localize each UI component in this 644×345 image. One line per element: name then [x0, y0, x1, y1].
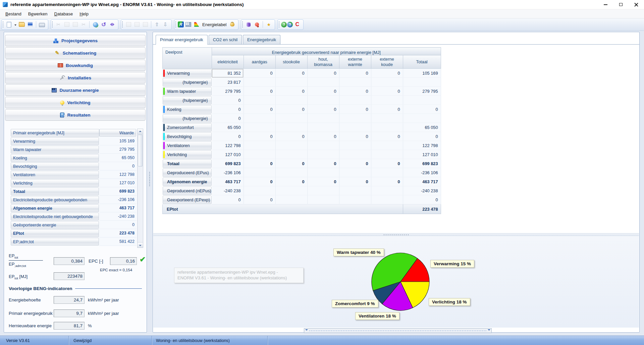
- rotate-left-icon[interactable]: ↺: [100, 20, 108, 28]
- result-row-koeling[interactable]: Koeling65 050: [11, 154, 137, 162]
- cell[interactable]: 463 717: [212, 177, 244, 186]
- delete-icon[interactable]: ✂: [79, 20, 88, 28]
- cell[interactable]: 0: [403, 132, 441, 141]
- cell[interactable]: 0: [275, 105, 307, 114]
- results-scrollbar[interactable]: [137, 129, 143, 248]
- costs-icon[interactable]: [228, 20, 236, 28]
- cell[interactable]: -240 238: [403, 186, 441, 195]
- cell[interactable]: 463 717: [403, 177, 441, 186]
- print-icon[interactable]: [38, 20, 46, 28]
- cell[interactable]: [275, 141, 307, 150]
- cell[interactable]: [403, 96, 441, 105]
- result-row-electriciteitsproductie-niet-gebouwgebonde[interactable]: Electriciteitsproductie niet gebouwgebon…: [11, 212, 137, 221]
- database-icon[interactable]: [245, 20, 253, 28]
- result-row-totaal[interactable]: Totaal699 823: [11, 187, 137, 196]
- cell[interactable]: [244, 141, 275, 150]
- cell[interactable]: 0: [275, 132, 307, 141]
- copy-icon[interactable]: [63, 20, 71, 28]
- scroll-down-icon[interactable]: [138, 242, 143, 248]
- result-row-electriciteitsproductie-gebouwgebonden[interactable]: Electriciteitsproductie gebouwgebonden-2…: [11, 196, 137, 204]
- paste-zone-icon[interactable]: [141, 20, 149, 28]
- energy-label-icon[interactable]: [193, 20, 201, 28]
- cell[interactable]: 65 050: [212, 123, 244, 132]
- online-help-icon[interactable]: ?: [287, 22, 293, 27]
- sidebar-item-resultaten[interactable]: Resultaten: [5, 109, 146, 121]
- result-row-verwarming[interactable]: Verwarming105 169: [11, 137, 137, 145]
- move-up-icon[interactable]: ⇧: [153, 20, 161, 28]
- cell[interactable]: 0: [244, 195, 275, 204]
- vertical-splitter[interactable]: [149, 171, 151, 187]
- sidebar-item-projectgegevens[interactable]: Projectgegevens: [5, 35, 146, 46]
- calculation-icon[interactable]: R: [178, 21, 184, 27]
- cell[interactable]: 0: [339, 87, 371, 96]
- cell[interactable]: [275, 195, 307, 204]
- help-icon[interactable]: ?: [281, 22, 287, 27]
- cell[interactable]: [244, 96, 275, 105]
- cell[interactable]: 0: [307, 105, 339, 114]
- cell[interactable]: [244, 168, 275, 177]
- cell[interactable]: 0: [275, 159, 307, 168]
- cell[interactable]: 0: [339, 105, 371, 114]
- cell[interactable]: 122 798: [212, 141, 244, 150]
- cell[interactable]: [371, 141, 403, 150]
- cell[interactable]: -236 106: [212, 168, 244, 177]
- horizontal-splitter[interactable]: [153, 233, 639, 236]
- cell[interactable]: 0: [212, 105, 244, 114]
- cell[interactable]: 0: [307, 87, 339, 96]
- scroll-thumb[interactable]: [138, 135, 143, 166]
- cell[interactable]: 0: [244, 159, 275, 168]
- cell[interactable]: [371, 195, 403, 204]
- save-icon[interactable]: [26, 20, 34, 28]
- cell[interactable]: [244, 186, 275, 195]
- cell[interactable]: [371, 150, 403, 159]
- tab-energiegebruik[interactable]: Energiegebruik: [243, 35, 280, 44]
- result-row-afgenomen-energie[interactable]: Afgenomen energie463 717: [11, 204, 137, 212]
- insert-zone-icon[interactable]: [124, 20, 132, 28]
- cell[interactable]: 105 169: [403, 69, 441, 78]
- cell[interactable]: [403, 114, 441, 123]
- cell[interactable]: 0: [212, 132, 244, 141]
- cell[interactable]: 0: [275, 87, 307, 96]
- cell[interactable]: [371, 114, 403, 123]
- minimize-button[interactable]: [598, 0, 613, 9]
- cell[interactable]: [244, 114, 275, 123]
- bottom-slider[interactable]: [304, 328, 492, 333]
- cell[interactable]: [307, 96, 339, 105]
- cell[interactable]: 0: [244, 69, 275, 78]
- mirror-icon[interactable]: [108, 20, 116, 28]
- cell[interactable]: [307, 195, 339, 204]
- cell[interactable]: 81 352: [212, 69, 244, 78]
- copy-zone-icon[interactable]: [133, 20, 141, 28]
- cell[interactable]: 0: [307, 69, 339, 78]
- cell[interactable]: 65 050: [403, 123, 441, 132]
- cell[interactable]: 0: [403, 105, 441, 114]
- sidebar-item-installaties[interactable]: Installaties: [5, 72, 146, 83]
- cell[interactable]: [275, 186, 307, 195]
- cell[interactable]: [339, 168, 371, 177]
- cell[interactable]: 0: [371, 87, 403, 96]
- update-icon[interactable]: [91, 20, 99, 28]
- cell[interactable]: 0: [339, 132, 371, 141]
- cell[interactable]: [307, 114, 339, 123]
- cell[interactable]: 279 795: [403, 87, 441, 96]
- cell[interactable]: [339, 114, 371, 123]
- cell[interactable]: [275, 96, 307, 105]
- cell[interactable]: [275, 78, 307, 87]
- cell[interactable]: [244, 78, 275, 87]
- cell[interactable]: [339, 78, 371, 87]
- result-row-ep-adm-tot[interactable]: EP;adm;tot581 422: [11, 237, 137, 246]
- cell[interactable]: 122 798: [403, 141, 441, 150]
- cell[interactable]: [339, 195, 371, 204]
- cell[interactable]: [371, 186, 403, 195]
- cell[interactable]: [275, 123, 307, 132]
- wizard-icon[interactable]: ★: [265, 20, 273, 28]
- cell[interactable]: 0: [212, 114, 244, 123]
- sidebar-item-verlichting[interactable]: Verlichting: [5, 97, 146, 108]
- cell[interactable]: [307, 123, 339, 132]
- cut-icon[interactable]: ✂: [54, 20, 62, 28]
- new-document-icon[interactable]: [5, 20, 13, 28]
- scroll-up-icon[interactable]: [138, 129, 143, 134]
- cell[interactable]: [275, 114, 307, 123]
- cell[interactable]: 0: [371, 159, 403, 168]
- maximize-button[interactable]: [613, 0, 629, 9]
